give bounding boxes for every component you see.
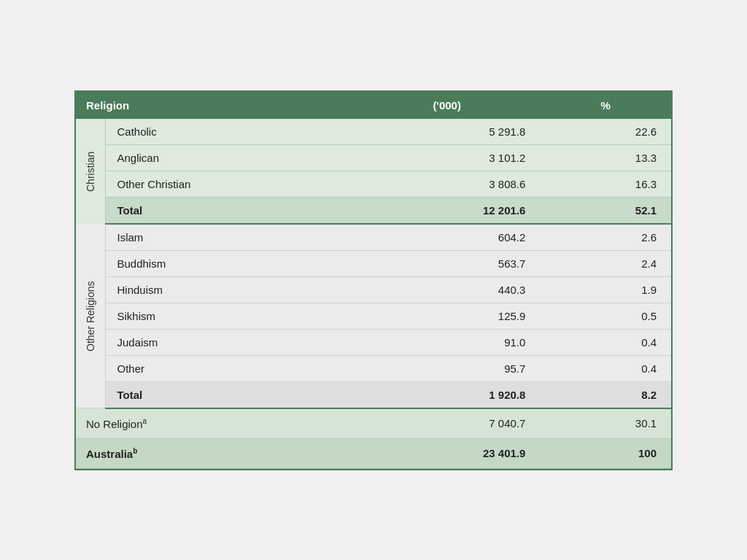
religion-other-christian: Other Christian [105,171,354,197]
table-row-hinduism: Hinduism 440.3 1.9 [76,276,671,303]
no-religion-value: 7 040.7 [354,408,540,439]
christian-group-label: Christian [76,119,105,224]
col-count-header: ('000) [354,92,540,119]
col-percent-header: % [540,92,671,119]
religion-other: Other [105,355,354,381]
australia-percent: 100 [540,438,671,468]
religion-hinduism: Hinduism [105,276,354,303]
value-anglican: 3 101.2 [354,144,540,171]
table-row-australia: Australiab 23 401.9 100 [76,438,671,468]
table-row-no-religion: No Religiona 7 040.7 30.1 [76,408,671,439]
religion-judaism: Judaism [105,329,354,355]
religion-table: Religion ('000) % Christian Catholic 5 2… [76,92,671,469]
religion-catholic: Catholic [105,119,354,145]
percent-islam: 2.6 [540,224,671,251]
christian-total-percent: 52.1 [540,197,671,224]
table-row-sikhism: Sikhism 125.9 0.5 [76,303,671,329]
other-total-value: 1 920.8 [354,381,540,408]
percent-anglican: 13.3 [540,144,671,171]
table-row-catholic: Christian Catholic 5 291.8 22.6 [76,119,671,145]
value-other-christian: 3 808.6 [354,171,540,197]
australia-value: 23 401.9 [354,438,540,468]
christian-total-label: Total [105,197,354,224]
percent-sikhism: 0.5 [540,303,671,329]
table-row-other-total: Total 1 920.8 8.2 [76,381,671,408]
value-sikhism: 125.9 [354,303,540,329]
table-row-judaism: Judaism 91.0 0.4 [76,329,671,355]
table-row-buddhism: Buddhism 563.7 2.4 [76,250,671,276]
percent-other: 0.4 [540,355,671,381]
percent-buddhism: 2.4 [540,250,671,276]
table-row-anglican: Anglican 3 101.2 13.3 [76,144,671,171]
percent-catholic: 22.6 [540,119,671,145]
value-islam: 604.2 [354,224,540,251]
religion-anglican: Anglican [105,144,354,171]
value-other: 95.7 [354,355,540,381]
table-row-islam: Other Religions Islam 604.2 2.6 [76,224,671,251]
value-catholic: 5 291.8 [354,119,540,145]
christian-total-value: 12 201.6 [354,197,540,224]
value-judaism: 91.0 [354,329,540,355]
religion-table-container: Religion ('000) % Christian Catholic 5 2… [74,90,673,470]
other-total-label: Total [105,381,354,408]
percent-other-christian: 16.3 [540,171,671,197]
table-row-christian-total: Total 12 201.6 52.1 [76,197,671,224]
australia-label: Australiab [76,438,354,468]
religion-sikhism: Sikhism [105,303,354,329]
other-religions-group-label: Other Religions [76,224,105,408]
value-hinduism: 440.3 [354,276,540,303]
col-religion-header: Religion [76,92,354,119]
religion-islam: Islam [105,224,354,251]
percent-judaism: 0.4 [540,329,671,355]
other-total-percent: 8.2 [540,381,671,408]
religion-buddhism: Buddhism [105,250,354,276]
percent-hinduism: 1.9 [540,276,671,303]
no-religion-label: No Religiona [76,408,354,439]
table-header-row: Religion ('000) % [76,92,671,119]
table-row-other-christian: Other Christian 3 808.6 16.3 [76,171,671,197]
no-religion-percent: 30.1 [540,408,671,439]
value-buddhism: 563.7 [354,250,540,276]
table-row-other: Other 95.7 0.4 [76,355,671,381]
